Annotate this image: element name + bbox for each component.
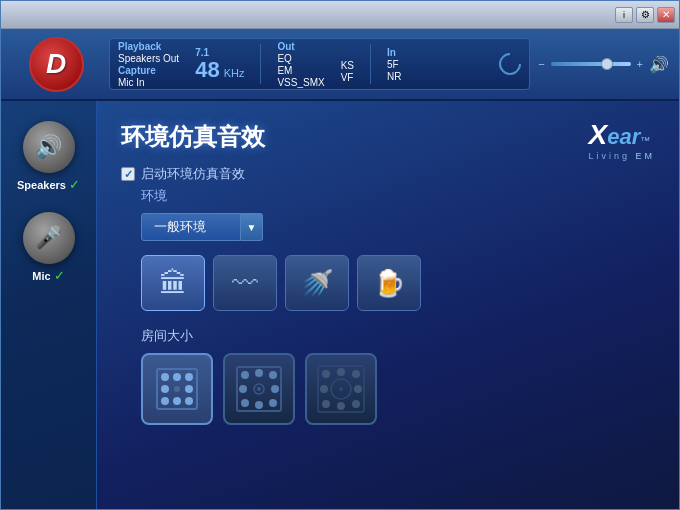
- svg-point-14: [239, 385, 247, 393]
- sf-label: 5F: [387, 59, 401, 70]
- room-icons-grid: [141, 353, 655, 425]
- pub-icon: 🍺: [373, 268, 405, 299]
- svg-point-1: [161, 373, 169, 381]
- vol-minus-label: −: [538, 58, 544, 70]
- svg-point-8: [185, 397, 193, 405]
- chevron-down-icon: ▼: [247, 222, 257, 233]
- enable-label: 启动环境仿真音效: [141, 165, 245, 183]
- svg-point-6: [161, 397, 169, 405]
- svg-point-7: [173, 397, 181, 405]
- checkbox-check-icon: ✓: [124, 168, 133, 181]
- gear-icon: ⚙: [641, 9, 650, 20]
- in-col: In 5F NR: [387, 47, 401, 82]
- speakers-label-row: Speakers ✓: [17, 177, 80, 192]
- svg-point-22: [322, 370, 330, 378]
- svg-point-23: [337, 368, 345, 376]
- dropdown-row: 一般环境 ▼: [141, 213, 655, 241]
- khz-col: 7.1 48 KHz: [195, 47, 244, 81]
- status-panel: Playback Speakers Out Capture Mic In 7.1…: [109, 38, 530, 90]
- svg-point-17: [255, 401, 263, 409]
- svg-point-24: [352, 370, 360, 378]
- volume-control: − + 🔊: [538, 55, 669, 74]
- sidebar-item-speakers[interactable]: 🔊 Speakers ✓: [17, 121, 80, 192]
- env-icons-grid: 🏛 〰 🚿 🍺: [141, 255, 655, 311]
- refresh-button[interactable]: [495, 48, 526, 79]
- ks-col: KS VF: [341, 46, 354, 83]
- svg-point-11: [241, 371, 249, 379]
- enable-checkbox[interactable]: ✓: [121, 167, 135, 181]
- speaker-glyph: 🔊: [35, 134, 62, 160]
- khz-value: 48: [195, 59, 219, 81]
- em-label: EM: [277, 65, 324, 76]
- room-size-label: 房间大小: [141, 327, 655, 345]
- dropdown-selected-value: 一般环境: [154, 219, 206, 234]
- out-label: Out: [277, 41, 324, 52]
- main-content: X ear ™ Living EM 环境仿真音效 ✓ 启动环境仿真音效 环境 一…: [96, 101, 679, 509]
- mic-label-row: Mic ✓: [32, 268, 64, 283]
- svg-point-18: [269, 399, 277, 407]
- speakers-check-icon: ✓: [69, 177, 80, 192]
- xear-x-letter: X: [588, 119, 607, 151]
- room-size-medium[interactable]: [223, 353, 295, 425]
- svg-point-20: [257, 387, 261, 391]
- playback-label: Playback: [118, 41, 179, 52]
- water-icon: 〰: [232, 268, 258, 299]
- speakers-out-label: Speakers Out: [118, 53, 179, 64]
- room-size-large[interactable]: [305, 353, 377, 425]
- vol-plus-label: +: [637, 58, 643, 70]
- hall-icon: 🏛: [159, 267, 187, 300]
- eq-label: EQ: [277, 53, 324, 64]
- env-icon-pub[interactable]: 🍺: [357, 255, 421, 311]
- env-icon-hall[interactable]: 🏛: [141, 255, 205, 311]
- env-icon-shower[interactable]: 🚿: [285, 255, 349, 311]
- ks-label: KS: [341, 60, 354, 71]
- vf-label: VF: [341, 72, 354, 83]
- status-divider2: [370, 44, 371, 84]
- out-col: Out EQ EM VSS_SMX: [277, 41, 324, 88]
- svg-point-9: [174, 386, 180, 392]
- playback-col: Playback Speakers Out Capture Mic In: [118, 41, 179, 88]
- logo-letter: D: [46, 48, 66, 80]
- volume-thumb[interactable]: [601, 58, 613, 70]
- volume-slider[interactable]: [551, 62, 631, 66]
- small-room-diagram: [151, 363, 203, 415]
- svg-point-15: [271, 385, 279, 393]
- svg-point-5: [185, 385, 193, 393]
- close-icon: ✕: [662, 9, 670, 20]
- room-size-small[interactable]: [141, 353, 213, 425]
- svg-point-28: [337, 402, 345, 410]
- settings-button[interactable]: ⚙: [636, 7, 654, 23]
- xear-tm: ™: [640, 135, 650, 146]
- info-button[interactable]: i: [615, 7, 633, 23]
- mic-in-label: Mic In: [118, 77, 179, 88]
- sidebar-item-mic[interactable]: 🎤 Mic ✓: [23, 212, 75, 283]
- nr-label: NR: [387, 71, 401, 82]
- svg-point-16: [241, 399, 249, 407]
- svg-point-29: [352, 400, 360, 408]
- header-area: D Playback Speakers Out Capture Mic In 7…: [1, 29, 679, 101]
- xear-living-label: Living EM: [588, 151, 655, 161]
- app-window: i ⚙ ✕ D Playback Speakers Out Capture Mi…: [0, 0, 680, 510]
- svg-point-27: [322, 400, 330, 408]
- medium-room-diagram: [233, 363, 285, 415]
- khz-unit: KHz: [224, 67, 245, 79]
- svg-point-3: [185, 373, 193, 381]
- title-bar-controls: i ⚙ ✕: [615, 7, 675, 23]
- dropdown-arrow-button[interactable]: ▼: [241, 213, 263, 241]
- mic-glyph: 🎤: [35, 225, 62, 251]
- in-label: In: [387, 47, 401, 58]
- enable-row: ✓ 启动环境仿真音效: [121, 165, 655, 183]
- speaker-vol-icon: 🔊: [649, 55, 669, 74]
- info-icon: i: [623, 10, 625, 20]
- status-divider: [260, 44, 261, 84]
- vss-smx-label: VSS_SMX: [277, 77, 324, 88]
- capture-label: Capture: [118, 65, 179, 76]
- close-button[interactable]: ✕: [657, 7, 675, 23]
- svg-point-31: [339, 387, 343, 391]
- mic-label: Mic: [32, 270, 50, 282]
- xear-ear-text: ear: [607, 124, 640, 150]
- large-room-diagram: [315, 363, 367, 415]
- svg-point-25: [320, 385, 328, 393]
- environment-dropdown[interactable]: 一般环境: [141, 213, 241, 241]
- env-icon-water[interactable]: 〰: [213, 255, 277, 311]
